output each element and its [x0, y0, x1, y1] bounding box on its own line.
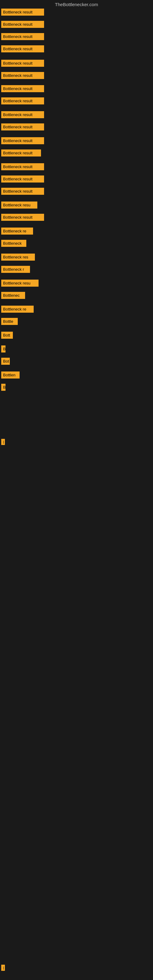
- bottleneck-bar: Bottleneck result: [1, 97, 44, 105]
- list-item: Bottle: [1, 318, 18, 326]
- list-item: Bottleneck r: [1, 266, 30, 274]
- list-item: Bottleneck result: [1, 188, 44, 196]
- list-item: Bottleneck result: [1, 137, 44, 145]
- list-item: |: [1, 965, 5, 972]
- bottleneck-bar: Bottleneck result: [1, 9, 44, 16]
- bottleneck-bar: Bottleneck re: [1, 305, 33, 313]
- list-item: Bottleneck result: [1, 175, 44, 184]
- list-item: Bott: [1, 332, 13, 340]
- list-item: B: [1, 345, 5, 354]
- bottleneck-bar: Bottleneck: [1, 240, 26, 247]
- site-title: TheBottlenecker.com: [0, 2, 153, 7]
- list-item: |: [1, 439, 5, 446]
- bottleneck-bar: B: [1, 345, 5, 353]
- list-item: Bottleneck result: [1, 163, 44, 172]
- list-item: Bottleneck result: [1, 123, 44, 132]
- bottleneck-bar: B: [1, 384, 5, 391]
- bottleneck-bar: |: [1, 965, 5, 971]
- list-item: Bot: [1, 358, 10, 366]
- list-item: Bottleneck res: [1, 254, 35, 262]
- bottleneck-bar: Bottle: [1, 318, 18, 325]
- bottleneck-bar: Bottleneck result: [1, 21, 44, 28]
- bottleneck-bar: Bot: [1, 358, 10, 365]
- bottleneck-bar: Bottleneck result: [1, 33, 44, 40]
- bottleneck-bar: |: [1, 439, 5, 445]
- list-item: Bottleneck re: [1, 305, 33, 314]
- list-item: Bottlen: [1, 371, 19, 380]
- bottleneck-bar: Bottleneck result: [1, 188, 44, 195]
- list-item: Bottleneck result: [1, 85, 44, 94]
- bottleneck-bar: Bottleneck re: [1, 228, 33, 235]
- bottleneck-bar: Bottleneck result: [1, 163, 44, 170]
- bottleneck-bar: Bottleneck result: [1, 45, 44, 52]
- list-item: Bottleneck result: [1, 72, 44, 80]
- list-item: Bottleneck re: [1, 228, 33, 236]
- list-item: Bottleneck result: [1, 60, 44, 68]
- bottleneck-bar: Bottleneck result: [1, 123, 44, 130]
- bottleneck-bar: Bottleneck r: [1, 266, 30, 273]
- list-item: Bottleneck result: [1, 45, 44, 54]
- bottleneck-bar: Bottleneck resu: [1, 280, 38, 286]
- bottleneck-bar: Bottleneck result: [1, 175, 44, 183]
- list-item: Bottleneck resu: [1, 202, 37, 210]
- bottleneck-bar: Bottleneck result: [1, 137, 44, 144]
- list-item: Bottleneck result: [1, 21, 44, 29]
- list-item: Bottleneck result: [1, 150, 41, 158]
- list-item: B: [1, 384, 5, 392]
- bottleneck-bar: Bottlen: [1, 371, 19, 379]
- list-item: Bottleneck: [1, 240, 26, 248]
- list-item: Bottleneck result: [1, 214, 44, 222]
- bottleneck-bar: Bott: [1, 332, 13, 339]
- bottleneck-bar: Bottleneck result: [1, 85, 44, 92]
- bottleneck-bar: Bottleneck resu: [1, 202, 37, 208]
- bottleneck-bar: Bottleneck result: [1, 111, 44, 118]
- list-item: Bottleneck result: [1, 9, 44, 17]
- list-item: Bottleneck result: [1, 33, 44, 41]
- bottleneck-bar: Bottleneck result: [1, 150, 41, 156]
- bottleneck-bar: Bottlenec: [1, 292, 25, 299]
- list-item: Bottleneck result: [1, 111, 44, 119]
- bottleneck-bar: Bottleneck res: [1, 254, 35, 261]
- list-item: Bottleneck resu: [1, 280, 38, 288]
- bottleneck-bar: Bottleneck result: [1, 72, 44, 79]
- list-item: Bottlenec: [1, 292, 25, 300]
- bottleneck-bar: Bottleneck result: [1, 60, 44, 67]
- list-item: Bottleneck result: [1, 97, 44, 106]
- bottleneck-bar: Bottleneck result: [1, 214, 44, 221]
